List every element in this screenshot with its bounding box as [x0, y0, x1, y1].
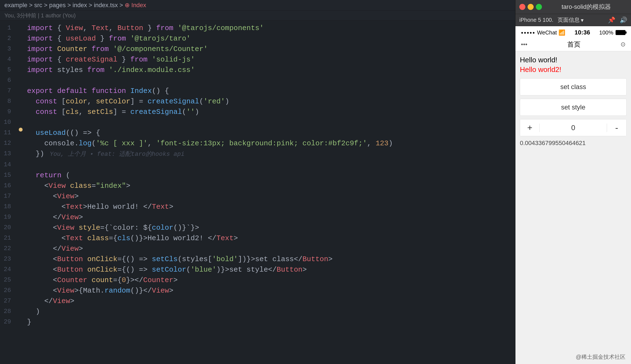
- status-time: 10:36: [574, 29, 590, 36]
- code-line: 24 <Button onClick={() => setColor('blue…: [0, 264, 515, 275]
- code-line: 9 const [cls, setCls] = createSignal(''): [0, 107, 515, 117]
- code-line: 12 console.log('%c [ xxx ]', 'font-size:…: [0, 138, 515, 149]
- bc-sep: >: [89, 2, 92, 9]
- code-line: 11 useLoad(() => {: [0, 128, 515, 138]
- code-line: 22 </View>: [0, 243, 515, 254]
- code-line: 6: [0, 75, 515, 86]
- code-line: 3 import Counter from '@/components/Coun…: [0, 44, 515, 54]
- code-line: 20 <View style={`color: ${color()}`}>: [0, 223, 515, 233]
- wifi-icon: 📶: [558, 29, 565, 36]
- bc-sep: >: [67, 2, 71, 9]
- code-line: 27 </View>: [0, 296, 515, 306]
- device-selector[interactable]: iPhone 5 100.: [519, 17, 553, 23]
- code-line: 8 const [color, setColor] = createSignal…: [0, 96, 515, 107]
- maximize-button[interactable]: [536, 4, 542, 10]
- code-line: 25 <Counter count={0}></Counter>: [0, 275, 515, 285]
- code-line: 5 import styles from './index.module.css…: [0, 65, 515, 75]
- code-line: 7 export default function Index() {: [0, 86, 515, 96]
- battery-fill: [616, 31, 625, 34]
- counter-value: 0: [539, 124, 607, 132]
- code-line: 13 })You, 上个月 • feat: 适配taro的hooks api: [0, 149, 515, 160]
- bc-sep: >: [119, 2, 123, 9]
- chevron-down-icon: ▾: [581, 17, 584, 23]
- simulator-titlebar: taro-solid的模拟器: [515, 0, 631, 14]
- volume-icon[interactable]: 🔊: [620, 17, 627, 24]
- code-line: 21 <Text class={cls()}>Hello world2! </T…: [0, 233, 515, 243]
- page-info-label: 页面信息: [558, 16, 580, 24]
- code-line: 26 <View>{Math.random()}</View>: [0, 285, 515, 296]
- phone-status-bar: ●●●●● WeChat 📶 10:36 100%: [515, 26, 631, 38]
- traffic-lights: [519, 4, 542, 10]
- bc-sep: >: [44, 2, 47, 9]
- signal-dots: ●●●●●: [521, 30, 535, 35]
- code-line: 10: [0, 117, 515, 128]
- code-line: 29 }: [0, 317, 515, 327]
- code-line: 17 <View>: [0, 191, 515, 202]
- page-info-button[interactable]: 页面信息 ▾: [558, 16, 584, 24]
- status-right: 100%: [599, 30, 625, 36]
- hello-world-text: Hello world!: [520, 56, 627, 64]
- code-line: 2 import { useLoad } from '@tarojs/taro': [0, 33, 515, 44]
- bc-sep: >: [29, 2, 33, 9]
- code-line: 14: [0, 160, 515, 170]
- set-class-button[interactable]: set class: [520, 78, 627, 95]
- more-icon[interactable]: •••: [521, 41, 527, 48]
- code-line: 4 import { createSignal } from 'solid-js…: [0, 54, 515, 65]
- code-line: 18 <Text>Hello world! </Text>: [0, 202, 515, 212]
- carrier-label: WeChat: [537, 30, 557, 36]
- watermark: @稀土掘金技术社区: [576, 353, 625, 361]
- hello-world2-text: Hello world2!: [520, 65, 627, 74]
- simulator-title: taro-solid的模拟器: [545, 3, 627, 11]
- breadcrumb: example > src > pages > index > index.ts…: [0, 0, 515, 11]
- nav-left-icons: •••: [521, 41, 527, 48]
- code-area[interactable]: 1 import { View, Text, Button } from '@t…: [0, 21, 515, 364]
- bc-part: index.tsx: [94, 2, 118, 9]
- simulator-toolbar: iPhone 5 100. 页面信息 ▾ 📌 🔊: [515, 14, 631, 26]
- counter-plus-button[interactable]: +: [520, 119, 539, 136]
- bc-active: ⊕ Index: [125, 2, 146, 9]
- bc-part: pages: [49, 2, 66, 9]
- close-button[interactable]: [519, 4, 525, 10]
- pin-icon[interactable]: 📌: [608, 17, 615, 24]
- code-line: 15 return (: [0, 170, 515, 181]
- toolbar-right: 📌 🔊: [608, 17, 627, 24]
- code-line: 1 import { View, Text, Button } from '@t…: [0, 23, 515, 33]
- git-info: You, 3分钟前 | 1 author (You): [0, 11, 515, 21]
- bc-part: src: [34, 2, 42, 9]
- git-indicator: [19, 128, 23, 132]
- counter-minus-button[interactable]: -: [607, 119, 626, 136]
- counter-row: + 0 -: [520, 119, 627, 136]
- nav-title: 首页: [567, 40, 581, 49]
- code-line: 28 ): [0, 306, 515, 317]
- code-line: 23 <Button onClick={() => setCls(styles[…: [0, 254, 515, 264]
- set-style-button[interactable]: set style: [520, 99, 627, 116]
- code-line: 16 <View class="index">: [0, 181, 515, 191]
- code-line: 19 </View>: [0, 212, 515, 223]
- minimize-button[interactable]: [528, 4, 534, 10]
- bc-part: example: [4, 2, 27, 9]
- nav-right-icons: ⊙: [621, 41, 625, 48]
- git-blame: You, 上个月 • feat: 适配taro的hooks api: [50, 151, 184, 158]
- battery-pct: 100%: [599, 30, 613, 36]
- battery-icon: [616, 30, 625, 35]
- phone-nav-bar: ••• 首页 ⊙: [515, 38, 631, 51]
- phone-content: Hello world! Hello world2! set class set…: [515, 51, 631, 364]
- phone-frame: ●●●●● WeChat 📶 10:36 100% ••• 首页 ⊙: [515, 26, 631, 364]
- record-icon[interactable]: ⊙: [621, 41, 625, 48]
- editor-panel: example > src > pages > index > index.ts…: [0, 0, 515, 364]
- bc-part: index: [73, 2, 87, 9]
- math-random-value: 0.004336799550464621: [520, 140, 627, 147]
- status-left: ●●●●● WeChat 📶: [521, 29, 565, 36]
- simulator-panel: taro-solid的模拟器 iPhone 5 100. 页面信息 ▾ 📌 🔊 …: [515, 0, 631, 364]
